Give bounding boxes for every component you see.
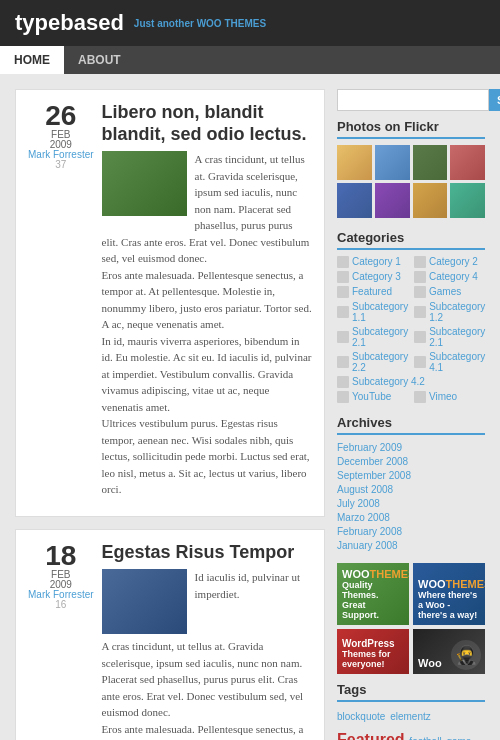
post-1-p2: Eros ante malesuada. Pellentesque senect…	[102, 267, 312, 333]
cat-item-8: Subcategory 1.2	[414, 301, 485, 323]
post-2-title[interactable]: Egestas Risus Tempor	[102, 542, 312, 564]
flickr-thumb-4[interactable]	[450, 145, 485, 180]
cat-icon-8	[414, 306, 426, 318]
cat-row-8: YouTube Vimeo	[337, 391, 485, 403]
main-nav: HOME ABOUT	[0, 46, 500, 74]
archive-list: February 2009 December 2008 September 20…	[337, 441, 485, 551]
cat-link-2[interactable]: Category 2	[429, 256, 478, 267]
cat-icon-12	[414, 356, 426, 368]
cat-link-7[interactable]: Subcategory 1.1	[352, 301, 408, 323]
search-bar: SEARCH	[337, 89, 485, 111]
post-1-comments: 37	[28, 160, 94, 170]
cat-item-13: Subcategory 4.2	[337, 376, 485, 388]
tags-list: blockquote elementz Featured football ga…	[337, 708, 485, 741]
post-1-p4: Ultrices vestibulum purus. Egestas risus…	[102, 415, 312, 498]
cat-link-10[interactable]: Subcategory 2.1	[429, 326, 485, 348]
cat-item-5: Featured	[337, 286, 408, 298]
woo-logo-1: WOOTHEMES	[342, 568, 404, 580]
post-2-p3: Eros ante malesuada. Pellentesque senect…	[102, 721, 312, 740]
tags-title: Tags	[337, 682, 485, 702]
cat-item-7: Subcategory 1.1	[337, 301, 408, 323]
cat-row-1: Category 1 Category 2	[337, 256, 485, 268]
cat-link-5[interactable]: Featured	[352, 286, 392, 297]
woo-banners: WOOTHEMES Quality Themes. Great Support.…	[337, 563, 485, 674]
cat-link-3[interactable]: Category 3	[352, 271, 401, 282]
cat-link-8[interactable]: Subcategory 1.2	[429, 301, 485, 323]
site-header: typebased Just another WOO THEMES	[0, 0, 500, 46]
search-button[interactable]: SEARCH	[489, 89, 500, 111]
cat-row-6: Subcategory 2.2 Subcategory 4.1	[337, 351, 485, 373]
tag-game[interactable]: game	[446, 736, 471, 741]
cat-link-13[interactable]: Subcategory 4.2	[352, 376, 425, 387]
tag-featured[interactable]: Featured	[337, 731, 405, 741]
cat-link-9[interactable]: Subcategory 2.1	[352, 326, 408, 348]
cat-link-12[interactable]: Subcategory 4.1	[429, 351, 485, 373]
post-2-image	[102, 569, 187, 634]
archives-section: Archives February 2009 December 2008 Sep…	[337, 415, 485, 551]
woo-ninja-icon: 🥷	[451, 640, 481, 670]
tag-elementz[interactable]: elementz	[390, 711, 431, 722]
woo-banner-3-label: WordPress	[342, 638, 404, 649]
archive-aug08: August 2008	[337, 483, 485, 495]
cat-icon-15	[414, 391, 426, 403]
archive-feb08: February 2008	[337, 525, 485, 537]
cat-item-3: Category 3	[337, 271, 408, 283]
post-1-title[interactable]: Libero non, blandit blandit, sed odio le…	[102, 102, 312, 145]
sidebar: SEARCH Photos on Flickr Categories Categ…	[337, 89, 485, 740]
woo-banner-2[interactable]: WOOTHEMES Where there's a Woo - there's …	[413, 563, 485, 625]
search-input[interactable]	[337, 89, 489, 111]
cat-icon-11	[337, 356, 349, 368]
cat-link-15[interactable]: Vimeo	[429, 391, 457, 402]
nav-home[interactable]: HOME	[0, 46, 64, 74]
cat-icon-3	[337, 271, 349, 283]
woo-banner-4[interactable]: Woo 🥷	[413, 629, 485, 674]
cat-link-4[interactable]: Category 4	[429, 271, 478, 282]
cat-icon-2	[414, 256, 426, 268]
main-content: 26 FEB2009 Mark Forrester 37 Libero non,…	[15, 89, 325, 740]
cat-item-15: Vimeo	[414, 391, 485, 403]
post-1: 26 FEB2009 Mark Forrester 37 Libero non,…	[15, 89, 325, 517]
flickr-thumb-3[interactable]	[413, 145, 448, 180]
archives-title: Archives	[337, 415, 485, 435]
site-logo[interactable]: typebased	[15, 10, 124, 36]
cat-icon-14	[337, 391, 349, 403]
flickr-thumb-2[interactable]	[375, 145, 410, 180]
tag-blockquote[interactable]: blockquote	[337, 711, 385, 722]
cat-item-12: Subcategory 4.1	[414, 351, 485, 373]
archive-jul08: July 2008	[337, 497, 485, 509]
post-1-body: Libero non, blandit blandit, sed odio le…	[102, 102, 312, 498]
cat-item-2: Category 2	[414, 256, 485, 268]
nav-about[interactable]: ABOUT	[64, 46, 135, 74]
post-2-p2: A cras tincidunt, ut tellus at. Gravida …	[102, 638, 312, 721]
cat-item-10: Subcategory 2.1	[414, 326, 485, 348]
post-1-date: 26 FEB2009 Mark Forrester 37	[28, 102, 94, 498]
cat-item-11: Subcategory 2.2	[337, 351, 408, 373]
archive-mar08: Marzo 2008	[337, 511, 485, 523]
woo-banner-1[interactable]: WOOTHEMES Quality Themes. Great Support.	[337, 563, 409, 625]
cat-icon-13	[337, 376, 349, 388]
cat-link-6[interactable]: Games	[429, 286, 461, 297]
cat-icon-6	[414, 286, 426, 298]
flickr-thumb-8[interactable]	[450, 183, 485, 218]
cat-icon-7	[337, 306, 349, 318]
tag-football[interactable]: football	[409, 736, 441, 741]
flickr-section: Photos on Flickr	[337, 119, 485, 218]
archive-jan08: January 2008	[337, 539, 485, 551]
flickr-thumb-7[interactable]	[413, 183, 448, 218]
post-1-image	[102, 151, 187, 216]
cat-item-6: Games	[414, 286, 485, 298]
cat-icon-1	[337, 256, 349, 268]
flickr-thumb-1[interactable]	[337, 145, 372, 180]
cat-link-11[interactable]: Subcategory 2.2	[352, 351, 408, 373]
cat-icon-5	[337, 286, 349, 298]
flickr-thumb-6[interactable]	[375, 183, 410, 218]
post-2: 18 FEB2009 Mark Forrester 16 Egestas Ris…	[15, 529, 325, 740]
woo-banner-3[interactable]: WordPress Themes for everyone!	[337, 629, 409, 674]
flickr-thumb-5[interactable]	[337, 183, 372, 218]
cat-row-7: Subcategory 4.2	[337, 376, 485, 388]
cat-item-14: YouTube	[337, 391, 408, 403]
woo-banner-1-text: Quality Themes. Great Support.	[342, 580, 404, 620]
cat-link-14[interactable]: YouTube	[352, 391, 391, 402]
cat-link-1[interactable]: Category 1	[352, 256, 401, 267]
categories-section: Categories Category 1 Category 2 Categor…	[337, 230, 485, 403]
